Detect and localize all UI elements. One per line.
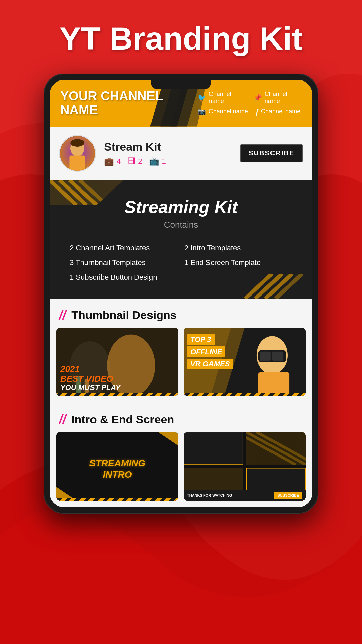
channel-name: YOUR CHANNEL NAME [60,89,198,117]
phone-outer: YOUR CHANNEL NAME 🐦 Channel name 📌 Chann… [44,74,318,514]
pack-icon: 💼 [104,157,114,166]
stat-packs: 💼 4 [104,157,121,166]
thumb1-year: 2021 [60,364,174,374]
thumbnail-section-title: Thumbnail Designs [71,309,177,322]
svg-rect-37 [184,432,243,465]
thumbnail-vr-games[interactable]: TOP 3 OFFLINE VR GAMES [184,328,306,396]
phone-screen: YOUR CHANNEL NAME 🐦 Channel name 📌 Chann… [50,80,312,507]
thumbnail-section-header: // Thumbnail Designs [50,299,312,328]
intro-card-text: STREAMING INTRO [62,458,172,480]
profile-info: Stream Kit 💼 4 🎞 2 📺 1 [104,140,232,166]
svg-rect-6 [69,155,85,171]
thumbnails-grid: 2021 BEST VIDEO YOU MUST PLAY [50,328,312,403]
profile-stats: 💼 4 🎞 2 📺 1 [104,157,232,166]
svg-rect-32 [272,351,283,361]
phone-mockup: YOUR CHANNEL NAME 🐦 Channel name 📌 Chann… [44,74,318,514]
instagram-icon: 📷 [198,108,206,116]
social-instagram: 📷 Channel name [198,107,248,116]
stat-video-count: 2 [138,157,142,166]
feature-end-screen: 1 End Screen Template [184,258,292,267]
kit-title: Streaming Kit [63,197,299,217]
subscribe-button[interactable]: SUBSCRIBE [240,144,303,162]
streaming-intro-card[interactable]: STREAMING INTRO [56,432,178,501]
video-icon: 🎞 [127,157,135,166]
thumb1-overlay: 2021 BEST VIDEO YOU MUST PLAY [56,360,178,396]
pinterest-icon: 📌 [254,94,262,102]
thumb2-overlay: TOP 3 OFFLINE VR GAMES [187,334,233,370]
thumb2-top: TOP 3 [190,335,211,344]
facebook-icon: f [256,107,258,116]
thumb1-subtitle: YOU MUST PLAY [60,383,174,392]
kit-features: 2 Channel Art Templates 2 Intro Template… [63,244,299,282]
svg-rect-44 [246,468,306,491]
screen-icon: 📺 [149,157,159,166]
twitter-icon: 🐦 [198,94,206,102]
intro-section-header: // Intro & End Screen [50,403,312,432]
feature-channel-art: 2 Channel Art Templates [70,244,178,252]
thumb1-title: BEST VIDEO [60,374,174,384]
end-thanks-text: THANKS FOR WATCHING [187,493,232,497]
feature-intro: 2 Intro Templates [184,244,292,252]
end-subscribe-label: SUBSCRIBE [274,492,302,499]
end-thanks-bar: THANKS FOR WATCHING SUBSCRIBE [184,490,306,501]
social-twitter: 🐦 Channel name [198,91,246,105]
intro-section-title: Intro & End Screen [71,413,174,426]
twitter-label: Channel name [209,91,246,105]
intro-line2: INTRO [62,469,172,480]
stat-screens: 📺 1 [149,157,166,166]
intro-line1: STREAMING [62,458,172,469]
thumbnail-slash: // [59,308,66,322]
intro-grid: STREAMING INTRO [50,432,312,507]
streaming-kit-card: Streaming Kit Contains 2 Channel Art Tem… [50,180,312,299]
social-facebook: f Channel name [256,107,300,116]
avatar [59,135,96,172]
banner-social: 🐦 Channel name 📌 Channel name 📷 Channel … [198,91,302,116]
social-pinterest: 📌 Channel name [254,91,302,105]
end-screen-card[interactable]: THANKS FOR WATCHING SUBSCRIBE [184,432,306,501]
svg-rect-31 [260,351,271,361]
facebook-label: Channel name [261,108,300,115]
svg-rect-43 [184,468,243,491]
thumb2-vr: VR GAMES [190,360,230,368]
intro-slash: // [59,412,66,427]
stat-pack-count: 4 [117,157,121,166]
stat-videos: 🎞 2 [127,157,142,166]
phone-notch [151,80,211,89]
stat-screen-count: 1 [162,157,166,166]
page-title: YT Branding Kit [0,20,362,57]
feature-thumbnail: 3 Thumbnail Templates [70,258,178,267]
pinterest-label: Channel name [265,91,302,105]
kit-subtitle: Contains [63,220,299,230]
profile-section: Stream Kit 💼 4 🎞 2 📺 1 [50,127,312,180]
thumbnail-best-video[interactable]: 2021 BEST VIDEO YOU MUST PLAY [56,328,178,396]
profile-name: Stream Kit [104,140,232,153]
thumb2-offline: OFFLINE [190,347,222,356]
svg-point-8 [70,139,84,147]
svg-rect-29 [258,372,289,396]
feature-subscribe: 1 Subscribe Button Design [70,273,178,282]
instagram-label: Channel name [209,108,248,115]
